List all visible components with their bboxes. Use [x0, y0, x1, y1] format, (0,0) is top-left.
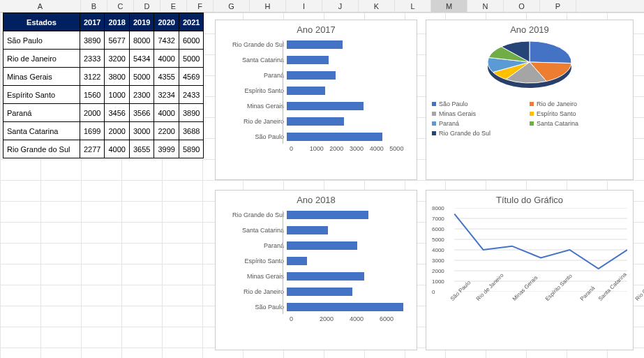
legend-label: São Paulo	[439, 100, 468, 107]
table-row[interactable]: Minas Gerais31223800500043554569	[3, 68, 204, 86]
cell-state[interactable]: Santa Catarina	[3, 122, 80, 140]
legend-swatch	[432, 131, 436, 135]
cell-value[interactable]: 4569	[179, 68, 203, 86]
legend-item: São Paulo	[432, 100, 530, 107]
bar-category-label: Paraná	[223, 72, 287, 79]
cell-value[interactable]: 1699	[80, 122, 105, 140]
chart-line[interactable]: Título do Gráfico 0100020003000400050006…	[426, 190, 634, 350]
cell-state[interactable]: Espírito Santo	[3, 86, 80, 104]
cell-value[interactable]: 4000	[154, 50, 179, 68]
chart-ano-2019-pie[interactable]: Ano 2019 São PauloRio de JaneiroMinas Ge…	[426, 20, 634, 180]
table-row[interactable]: São Paulo38905677800074326000	[3, 31, 204, 50]
col-header-A[interactable]: A	[0, 0, 81, 12]
col-header-G[interactable]: G	[214, 0, 250, 12]
cell-value[interactable]: 4355	[154, 68, 179, 86]
col-header-N[interactable]: N	[467, 0, 504, 12]
bar-category-label: Santa Catarina	[223, 57, 287, 64]
cell-value[interactable]: 3800	[105, 68, 129, 86]
header-year-2017[interactable]: 2017	[80, 13, 105, 31]
col-header-P[interactable]: P	[540, 0, 576, 12]
cell-state[interactable]: Minas Gerais	[3, 68, 80, 86]
table-row[interactable]: Paraná20003456356640003890	[3, 104, 204, 122]
cell-value[interactable]: 2000	[105, 122, 129, 140]
header-year-2020[interactable]: 2020	[154, 13, 179, 31]
cell-value[interactable]: 8000	[129, 31, 153, 50]
cell-value[interactable]: 5434	[129, 50, 153, 68]
col-header-M[interactable]: M	[431, 0, 467, 12]
cell-value[interactable]: 3234	[154, 86, 179, 104]
col-header-H[interactable]: H	[250, 0, 286, 12]
col-header-C[interactable]: C	[107, 0, 134, 12]
col-header-D[interactable]: D	[134, 0, 160, 12]
cell-value[interactable]: 4000	[105, 140, 129, 158]
legend-swatch	[530, 121, 534, 126]
data-table[interactable]: Estados20172018201920202021 São Paulo389…	[3, 13, 204, 158]
cell-value[interactable]: 3655	[129, 140, 153, 158]
bar	[287, 226, 328, 234]
cell-value[interactable]: 3000	[129, 122, 153, 140]
cell-value[interactable]: 3566	[129, 104, 153, 122]
cell-value[interactable]: 3122	[80, 68, 105, 86]
col-header-L[interactable]: L	[395, 0, 431, 12]
bar-category-label: Rio Grande do Sul	[223, 211, 287, 218]
col-header-K[interactable]: K	[359, 0, 395, 12]
bar	[287, 133, 382, 141]
bar-row: Paraná	[223, 239, 410, 253]
cell-value[interactable]: 5000	[179, 50, 203, 68]
cell-value[interactable]: 1560	[80, 86, 105, 104]
cell-value[interactable]: 5890	[179, 140, 203, 158]
chart-ano-2018[interactable]: Ano 2018 Rio Grande do SulSanta Catarina…	[215, 190, 417, 350]
col-header-B[interactable]: B	[81, 0, 107, 12]
cell-value[interactable]: 2300	[129, 86, 153, 104]
table-row[interactable]: Rio de Janeiro23333200543440005000	[3, 50, 204, 68]
col-header-F[interactable]: F	[187, 0, 214, 12]
bar-row: Rio Grande do Sul	[223, 208, 410, 222]
table-row[interactable]: Santa Catarina16992000300022003688	[3, 122, 204, 140]
cell-value[interactable]: 3456	[105, 104, 129, 122]
bar-row: Espírito Santo	[223, 84, 410, 98]
legend-item: Rio Grande do Sul	[432, 130, 530, 137]
cell-value[interactable]: 3200	[105, 50, 129, 68]
cell-value[interactable]: 3688	[179, 122, 203, 140]
cell-state[interactable]: Rio de Janeiro	[3, 50, 80, 68]
col-header-J[interactable]: J	[322, 0, 359, 12]
cell-value[interactable]: 2200	[154, 122, 179, 140]
cell-value[interactable]: 2277	[80, 140, 105, 158]
table-row[interactable]: Rio Grande do Sul22774000365539995890	[3, 140, 204, 158]
cell-value[interactable]: 3890	[80, 31, 105, 50]
bar	[287, 288, 352, 296]
cell-value[interactable]: 4000	[154, 104, 179, 122]
cell-value[interactable]: 5000	[129, 68, 153, 86]
cell-value[interactable]: 3999	[154, 140, 179, 158]
bar-category-label: Espírito Santo	[223, 258, 287, 264]
bar	[287, 241, 357, 250]
col-header-I[interactable]: I	[286, 0, 322, 12]
bar-row: São Paulo	[223, 130, 410, 144]
chart-ano-2017[interactable]: Ano 2017 Rio Grande do SulSanta Catarina…	[215, 20, 417, 180]
cell-value[interactable]: 5677	[105, 31, 129, 50]
legend-label: Minas Gerais	[439, 110, 476, 117]
legend-label: Espírito Santo	[537, 110, 576, 117]
col-header-O[interactable]: O	[504, 0, 540, 12]
header-estados[interactable]: Estados	[3, 13, 80, 31]
header-year-2021[interactable]: 2021	[179, 13, 203, 31]
bar	[287, 272, 364, 281]
cell-value[interactable]: 2000	[80, 104, 105, 122]
legend-label: Rio de Janeiro	[537, 100, 577, 107]
cell-value[interactable]: 1000	[105, 86, 129, 104]
cell-value[interactable]: 2333	[80, 50, 105, 68]
cell-value[interactable]: 2433	[179, 86, 203, 104]
header-year-2018[interactable]: 2018	[105, 13, 129, 31]
cell-state[interactable]: Paraná	[3, 104, 80, 122]
legend-label: Paraná	[439, 120, 459, 127]
bar	[287, 40, 343, 49]
header-year-2019[interactable]: 2019	[129, 13, 153, 31]
cell-value[interactable]: 3890	[179, 104, 203, 122]
cell-value[interactable]: 6000	[179, 31, 203, 50]
col-header-E[interactable]: E	[160, 0, 187, 12]
cell-state[interactable]: Rio Grande do Sul	[3, 140, 80, 158]
chart-title: Ano 2017	[216, 24, 417, 35]
cell-value[interactable]: 7432	[154, 31, 179, 50]
cell-state[interactable]: São Paulo	[3, 31, 80, 50]
table-row[interactable]: Espírito Santo15601000230032342433	[3, 86, 204, 104]
